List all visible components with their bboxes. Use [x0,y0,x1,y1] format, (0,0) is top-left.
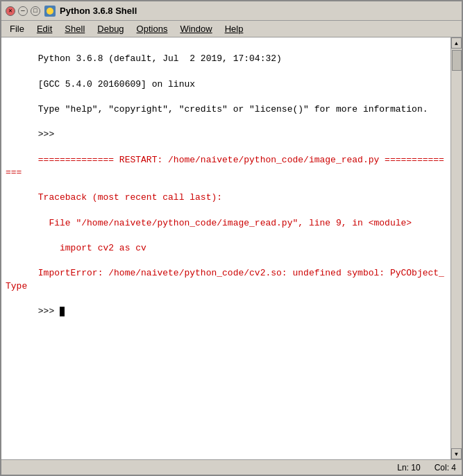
cursor [60,307,65,316]
maximize-icon: □ [33,8,37,15]
line-6-traceback: Traceback (most recent call last): [38,192,222,203]
line-8-import-stmt: import cv2 as cv [38,243,146,253]
close-icon: ✕ [8,7,12,15]
scroll-up-icon: ▲ [455,40,458,46]
menu-shell[interactable]: Shell [59,22,90,35]
statusbar: Ln: 10 Col: 4 [1,459,462,475]
line-9-error: ImportError: /home/naivete/python_code/c… [6,268,444,291]
scrollbar[interactable]: ▲ ▼ [451,37,462,459]
close-button[interactable]: ✕ [6,6,15,16]
menu-debug[interactable]: Debug [92,22,129,35]
menu-file[interactable]: File [4,22,30,35]
line-7-file: File "/home/naivete/python_code/image_re… [38,218,412,228]
titlebar: ✕ ─ □ Python 3.6.8 Shell [1,1,462,21]
line-4-prompt: >>> [38,129,54,139]
terminal-output[interactable]: Python 3.6.8 (default, Jul 2 2019, 17:04… [1,37,451,459]
window-controls: ✕ ─ □ [6,6,40,16]
line-5-restart: ============== RESTART: /home/naivete/py… [6,155,444,178]
menu-help[interactable]: Help [219,22,249,35]
svg-point-0 [47,8,53,15]
minimize-icon: ─ [21,8,24,15]
line-10-prompt: >>> [38,306,65,316]
line-3: Type "help", "copyright", "credits" or "… [38,104,428,114]
menu-options[interactable]: Options [131,22,174,35]
minimize-button[interactable]: ─ [18,6,28,16]
line-1: Python 3.6.8 (default, Jul 2 2019, 17:04… [38,53,282,64]
scroll-down-icon: ▼ [455,451,458,457]
python-icon [46,7,54,15]
app-icon [44,6,56,17]
menu-edit[interactable]: Edit [31,22,58,35]
line-2: [GCC 5.4.0 20160609] on linux [38,79,195,90]
scroll-down-button[interactable]: ▼ [451,448,462,459]
main-window: ✕ ─ □ Python 3.6.8 Shell File Edit Shell… [0,0,463,476]
menu-window[interactable]: Window [174,22,217,35]
window-title: Python 3.6.8 Shell [60,6,137,16]
menubar: File Edit Shell Debug Options Window Hel… [1,21,462,37]
maximize-button[interactable]: □ [31,6,40,16]
terminal-container: Python 3.6.8 (default, Jul 2 2019, 17:04… [1,37,462,459]
scroll-up-button[interactable]: ▲ [451,37,462,49]
line-number: Ln: 10 [397,463,420,473]
col-number: Col: 4 [435,463,456,473]
scrollbar-thumb[interactable] [452,50,462,71]
scrollbar-track[interactable] [451,49,462,448]
